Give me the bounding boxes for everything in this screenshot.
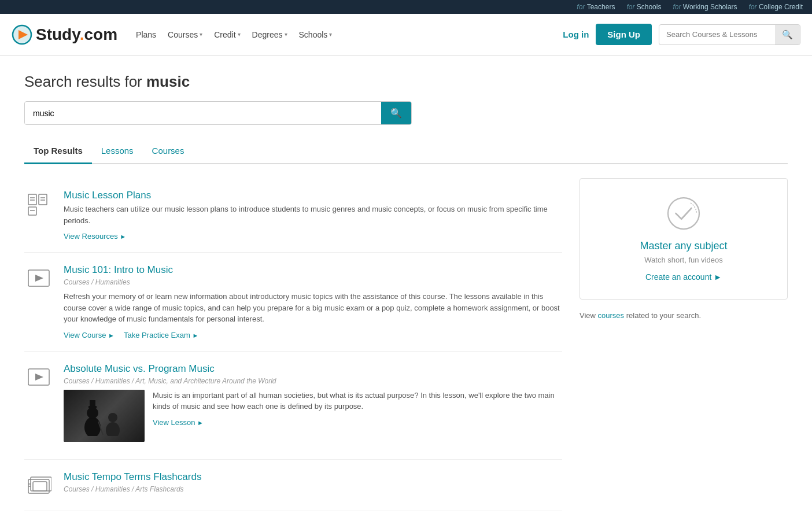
view-resources-link[interactable]: View Resources ► — [64, 232, 126, 241]
nav-search-input[interactable] — [659, 25, 775, 43]
page-content: Search results for music 🔍 Top Results L… — [7, 56, 805, 511]
for-label-schools: for — [626, 3, 636, 11]
schools-chevron-icon: ▾ — [329, 31, 332, 38]
working-scholars-link-text: Working Scholars — [683, 3, 737, 11]
logo-icon — [12, 24, 32, 45]
login-button[interactable]: Log in — [563, 29, 589, 39]
signup-button[interactable]: Sign Up — [596, 24, 652, 45]
svg-rect-20 — [90, 400, 95, 407]
logo-text: Study.com — [36, 25, 117, 44]
nav-right: Log in Sign Up 🔍 — [563, 24, 800, 45]
result-title-music-lesson-plans[interactable]: Music Lesson Plans — [64, 190, 562, 201]
search-icon: 🔍 — [782, 29, 793, 39]
search-button[interactable]: 🔍 — [381, 102, 411, 124]
courses-related-link[interactable]: courses — [598, 311, 625, 320]
teachers-link-text: Teachers — [587, 3, 615, 11]
result-links: View Resources ► — [64, 232, 562, 241]
result-content: Music Tempo Terms Flashcards Courses / H… — [64, 471, 562, 498]
tabs: Top Results Lessons Courses — [24, 139, 788, 164]
arrow-icon: ► — [120, 233, 126, 240]
results-main: Music Lesson Plans Music teachers can ut… — [24, 178, 562, 511]
svg-point-27 — [668, 198, 699, 229]
flashcard-icon — [24, 474, 53, 499]
college-credit-link-text: College Credit — [759, 3, 803, 11]
lesson-icon — [24, 365, 53, 391]
view-lesson-link[interactable]: View Lesson ► — [153, 418, 204, 427]
results-layout: Music Lesson Plans Music teachers can ut… — [24, 178, 788, 511]
schools-link[interactable]: for Schools — [626, 3, 661, 11]
svg-marker-14 — [35, 374, 43, 380]
sidebar-courses-text: View courses related to your search. — [580, 311, 788, 320]
nav-degrees[interactable]: Degrees ▾ — [248, 28, 292, 42]
cta-arrow-icon: ► — [714, 272, 722, 282]
logo[interactable]: Study.com — [12, 24, 117, 45]
arrow-icon: ► — [192, 332, 198, 339]
nav-courses[interactable]: Courses ▾ — [163, 28, 207, 42]
list-item: Absolute Music vs. Program Music Courses… — [24, 352, 562, 460]
for-label-working-scholars: for — [673, 3, 682, 11]
search-submit-icon: 🔍 — [390, 108, 402, 118]
result-links: View Lesson ► — [153, 418, 562, 427]
result-title-music-101[interactable]: Music 101: Intro to Music — [64, 264, 562, 276]
for-label-college-credit: for — [749, 3, 759, 11]
svg-rect-24 — [33, 482, 47, 491]
credit-chevron-icon: ▾ — [238, 31, 241, 38]
result-content: Music 101: Intro to Music Courses / Huma… — [64, 264, 562, 339]
list-item: Music 101: Intro to Music Courses / Huma… — [24, 253, 562, 352]
view-course-link[interactable]: View Course ► — [64, 331, 115, 339]
svg-rect-6 — [39, 194, 47, 205]
result-desc-music-101: Refresh your memory of or learn new info… — [64, 291, 562, 325]
teachers-link[interactable]: for Teachers — [577, 3, 615, 11]
degrees-chevron-icon: ▾ — [285, 31, 287, 38]
working-scholars-link[interactable]: for Working Scholars — [673, 3, 737, 11]
college-credit-link[interactable]: for College Credit — [749, 3, 803, 11]
top-bar: for Teachers for Schools for Working Sch… — [0, 0, 812, 14]
result-category-flashcards: Courses / Humanities / Arts Flashcards — [64, 485, 562, 493]
result-title-absolute-music[interactable]: Absolute Music vs. Program Music — [64, 363, 562, 375]
tab-lessons[interactable]: Lessons — [92, 139, 143, 164]
result-links: View Course ► Take Practice Exam ► — [64, 331, 562, 339]
result-content: Music Lesson Plans Music teachers can ut… — [64, 190, 562, 241]
nav-plans[interactable]: Plans — [131, 28, 161, 42]
svg-point-16 — [87, 407, 98, 419]
nav-search: 🔍 — [659, 24, 800, 45]
svg-rect-9 — [28, 207, 36, 215]
search-input[interactable] — [25, 103, 381, 124]
list-item: Music Tempo Terms Flashcards Courses / H… — [24, 460, 562, 511]
take-practice-exam-link[interactable]: Take Practice Exam ► — [124, 331, 198, 339]
create-account-link[interactable]: Create an account ► — [645, 272, 722, 282]
result-with-thumb: Music is an important part of all human … — [64, 390, 562, 442]
svg-point-15 — [84, 417, 101, 436]
result-text-block: Music is an important part of all human … — [153, 390, 562, 442]
result-content: Absolute Music vs. Program Music Courses… — [64, 363, 562, 448]
results-sidebar: Master any subject Watch short, fun vide… — [580, 178, 788, 511]
sidebar-card: Master any subject Watch short, fun vide… — [580, 178, 788, 300]
svg-marker-12 — [35, 275, 43, 282]
course-icon — [24, 267, 53, 292]
master-subject-icon — [666, 196, 701, 231]
nav-search-button[interactable]: 🔍 — [775, 25, 800, 45]
svg-point-18 — [108, 413, 117, 422]
for-label-teachers: for — [577, 3, 586, 11]
sidebar-card-title: Master any subject — [592, 240, 776, 252]
main-nav: Study.com Plans Courses ▾ Credit ▾ Degre… — [0, 14, 812, 56]
result-category-music-101: Courses / Humanities — [64, 278, 562, 286]
list-item: Music Lesson Plans Music teachers can ut… — [24, 178, 562, 253]
arrow-icon: ► — [108, 332, 115, 339]
nav-links: Plans Courses ▾ Credit ▾ Degrees ▾ Schoo… — [131, 28, 563, 42]
result-thumbnail — [64, 390, 145, 442]
arrow-icon: ► — [197, 419, 204, 426]
nav-credit[interactable]: Credit ▾ — [209, 28, 245, 42]
thumbnail-image — [64, 390, 145, 442]
search-title: Search results for music — [24, 73, 788, 91]
tab-courses[interactable]: Courses — [143, 139, 194, 164]
result-title-flashcards[interactable]: Music Tempo Terms Flashcards — [64, 471, 562, 483]
svg-point-17 — [106, 422, 120, 436]
search-bar: 🔍 — [24, 101, 412, 125]
svg-rect-3 — [28, 194, 36, 205]
tab-top-results[interactable]: Top Results — [24, 139, 92, 164]
lesson-plan-icon — [24, 192, 53, 217]
nav-schools[interactable]: Schools ▾ — [294, 28, 337, 42]
result-desc-music-lesson-plans: Music teachers can utilize our music les… — [64, 204, 562, 226]
courses-chevron-icon: ▾ — [200, 31, 202, 38]
